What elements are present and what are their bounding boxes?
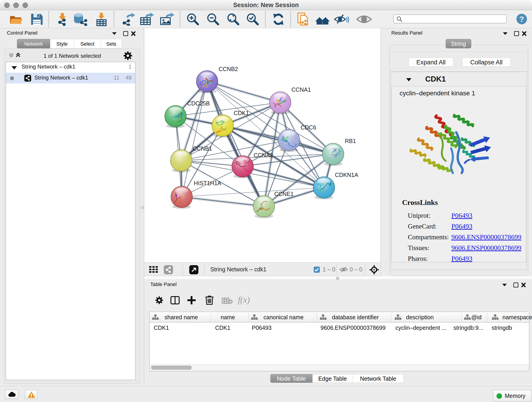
svg-text:CCNA1: CCNA1 <box>291 86 311 93</box>
svg-text:CDC6: CDC6 <box>301 124 316 131</box>
svg-text:CDC25B: CDC25B <box>187 100 210 107</box>
svg-text:CCNE1: CCNE1 <box>274 191 294 197</box>
svg-text:CDKN1A: CDKN1A <box>335 172 358 178</box>
svg-text:CCNB1: CCNB1 <box>193 145 212 152</box>
svg-text:HIST1H1A: HIST1H1A <box>194 180 221 186</box>
svg-text:CCNB2: CCNB2 <box>219 66 238 72</box>
svg-text:CCNA2: CCNA2 <box>254 152 273 158</box>
svg-text:RB1: RB1 <box>345 138 356 144</box>
svg-text:CDK1: CDK1 <box>234 110 249 116</box>
